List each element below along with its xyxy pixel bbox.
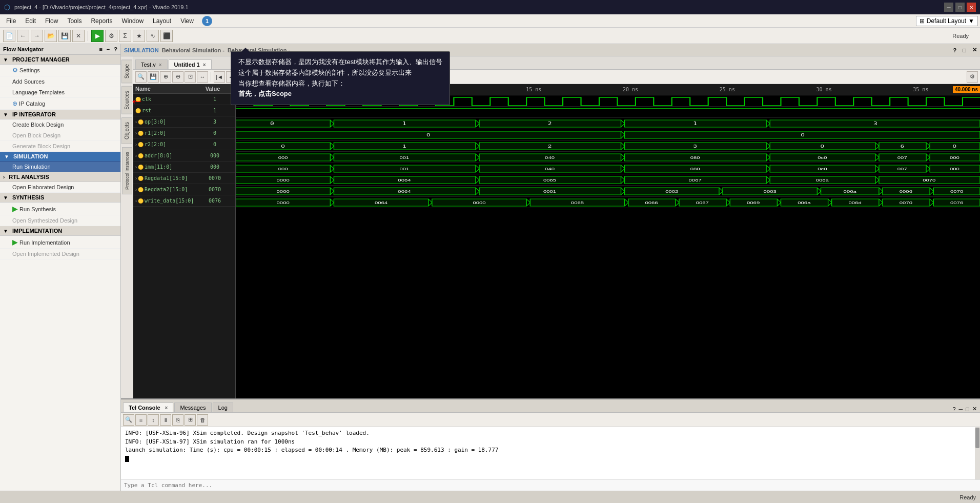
question-btn[interactable]: ? xyxy=(952,406,955,412)
nav-run-simulation[interactable]: Run Simulation xyxy=(0,162,120,172)
signal-row-writedata[interactable]: › 🟡 write_data[15:0] 0076 xyxy=(133,195,235,207)
expand-icon[interactable]: › xyxy=(135,165,137,170)
section-rtl-analysis[interactable]: › RTL ANALYSIS xyxy=(0,172,120,182)
signal-row-imm[interactable]: › 🟡 imm[11:0] 000 xyxy=(133,162,235,173)
tab-messages[interactable]: Messages xyxy=(174,403,211,412)
menu-file[interactable]: File xyxy=(2,16,20,26)
save-button[interactable]: 💾 xyxy=(148,71,159,83)
wave-button[interactable]: ∿ xyxy=(147,30,159,42)
expand-icon[interactable]: › xyxy=(135,153,137,158)
layout-dropdown[interactable]: ⊞ Default Layout ▼ xyxy=(916,16,978,26)
close-icon[interactable]: × xyxy=(159,62,162,68)
back-button[interactable]: ← xyxy=(17,30,29,42)
nav-settings[interactable]: ⚙ Settings xyxy=(0,65,120,76)
close-btn[interactable]: ✕ xyxy=(972,406,977,412)
menu-reports[interactable]: Reports xyxy=(87,16,116,26)
tab-testv[interactable]: Test.v × xyxy=(135,59,168,69)
zoom-sel-button[interactable]: ↔ xyxy=(197,71,208,83)
nav-ip-catalog[interactable]: ⊕ IP Catalog xyxy=(0,98,120,110)
signal-row-rst[interactable]: 🟡 rst 1 xyxy=(133,105,235,116)
expand-btn[interactable]: □ xyxy=(966,406,969,412)
vtab-sources[interactable]: Sources xyxy=(121,86,132,114)
tab-untitled1[interactable]: Untitled 1 × xyxy=(169,59,212,69)
nav-run-synthesis[interactable]: ▶ Run Synthesis xyxy=(0,203,120,215)
expand-icon[interactable]: › xyxy=(135,131,137,136)
section-ip-integrator[interactable]: ▼ IP INTEGRATOR xyxy=(0,110,120,119)
close-btn[interactable]: ✕ xyxy=(972,47,977,53)
vscroll-bar[interactable] xyxy=(975,427,980,479)
close-button[interactable]: ✕ xyxy=(967,3,976,12)
nav-language-templates[interactable]: Language Templates xyxy=(0,87,120,98)
new-button[interactable]: 📄 xyxy=(3,30,15,42)
signal-row-clk[interactable]: 🟡 clk 1 xyxy=(133,94,235,105)
go-start-button[interactable]: |◄ xyxy=(214,71,225,83)
search-console-btn[interactable]: 🔍 xyxy=(123,414,134,426)
zoom-fit-button[interactable]: ⊡ xyxy=(185,71,196,83)
save-button[interactable]: 💾 xyxy=(58,30,71,42)
console-input[interactable] xyxy=(124,482,977,489)
vscroll-thumb[interactable] xyxy=(975,428,979,448)
copy-btn[interactable]: ⎘ xyxy=(172,414,183,426)
settings-button[interactable]: ⚙ xyxy=(105,30,117,42)
search-button[interactable]: 🔍 xyxy=(135,71,147,83)
expand-icon[interactable]: › xyxy=(135,198,137,204)
clear-btn[interactable]: 🗑 xyxy=(197,414,208,426)
nav-add-sources[interactable]: Add Sources xyxy=(0,76,120,87)
marker-button[interactable]: ⧖ xyxy=(288,71,299,83)
go-prev-button[interactable]: ◄| xyxy=(226,71,237,83)
question-icon[interactable]: ? xyxy=(114,46,117,52)
stop-button[interactable]: ⬛ xyxy=(160,30,173,42)
signal-row-regdata1[interactable]: › 🟡 Regdata1[15:0] 0070 xyxy=(133,173,235,184)
menu-window[interactable]: Window xyxy=(117,16,148,26)
expand-btn[interactable]: □ xyxy=(963,47,966,53)
section-synthesis[interactable]: ▼ SYNTHESIS xyxy=(0,193,120,203)
go-end-button[interactable]: ►| xyxy=(275,71,287,83)
tab-tcl-console[interactable]: Tcl Console × xyxy=(123,403,173,412)
zoom-out-button[interactable]: ⊖ xyxy=(172,71,183,83)
go-fwd-button[interactable]: ↪ xyxy=(251,71,262,83)
expand-icon[interactable]: › xyxy=(135,187,137,192)
filter-btn[interactable]: ↕ xyxy=(148,414,159,426)
expand-icon[interactable]: › xyxy=(135,176,137,181)
minimize-button[interactable]: ─ xyxy=(944,3,953,12)
nav-create-block-design[interactable]: Create Block Design xyxy=(0,119,120,130)
tab-log[interactable]: Log xyxy=(213,403,233,412)
minimize-btn[interactable]: ─ xyxy=(959,406,963,412)
star-button[interactable]: ★ xyxy=(133,30,145,42)
section-simulation[interactable]: ▼ SIMULATION xyxy=(0,152,120,162)
sigma-button[interactable]: Σ xyxy=(119,30,131,42)
delete-button[interactable]: ✕ xyxy=(72,30,85,42)
signal-row-op[interactable]: › 🟡 op[3:0] 3 xyxy=(133,116,235,128)
vtab-scope[interactable]: Scope xyxy=(121,59,132,83)
forward-button[interactable]: → xyxy=(31,30,43,42)
close-icon[interactable]: × xyxy=(165,405,168,411)
signal-row-regdata2[interactable]: › 🟡 Regdata2[15:0] 0070 xyxy=(133,184,235,195)
vtab-protocol-instances[interactable]: Protocol Instances xyxy=(122,147,132,194)
close-icon[interactable]: × xyxy=(203,62,206,68)
menu-layout[interactable]: Layout xyxy=(149,16,175,26)
menu-edit[interactable]: Edit xyxy=(21,16,40,26)
go-next-button[interactable]: |► xyxy=(263,71,274,83)
signal-row-addr[interactable]: › 🟡 addr[8:0] 000 xyxy=(133,150,235,162)
section-implementation[interactable]: ▼ IMPLEMENTATION xyxy=(0,226,120,236)
settings-gear-button[interactable]: ⚙ xyxy=(967,71,978,83)
zoom-in-button[interactable]: ⊕ xyxy=(160,71,171,83)
menu-view[interactable]: View xyxy=(176,16,198,26)
vtab-objects[interactable]: Objects xyxy=(121,117,132,144)
run-button[interactable]: ▶ xyxy=(91,30,104,42)
nav-open-elaborated-design[interactable]: Open Elaborated Design xyxy=(0,182,120,193)
waveform-display[interactable]: 0 ns 5 ns 10 ns 15 ns 20 ns 25 ns 30 ns … xyxy=(236,84,980,398)
section-project-manager[interactable]: ▼ PROJECT MANAGER xyxy=(0,55,120,65)
restore-button[interactable]: □ xyxy=(955,3,965,12)
signal-row-r1[interactable]: › 🟡 r1[2:0] 0 xyxy=(133,128,235,139)
align-btn[interactable]: ≡ xyxy=(135,414,147,426)
go-back-button[interactable]: ↩ xyxy=(238,71,250,83)
expand-icon[interactable]: › xyxy=(135,142,137,147)
expand-icon[interactable]: › xyxy=(135,119,137,125)
pause-btn[interactable]: ⏸ xyxy=(160,414,171,426)
menu-tools[interactable]: Tools xyxy=(63,16,86,26)
columns-btn[interactable]: ⊞ xyxy=(185,414,196,426)
minus-icon[interactable]: − xyxy=(107,46,110,52)
question-btn[interactable]: ? xyxy=(953,47,957,53)
signal-row-r2[interactable]: › 🟡 r2[2:0] 0 xyxy=(133,139,235,150)
